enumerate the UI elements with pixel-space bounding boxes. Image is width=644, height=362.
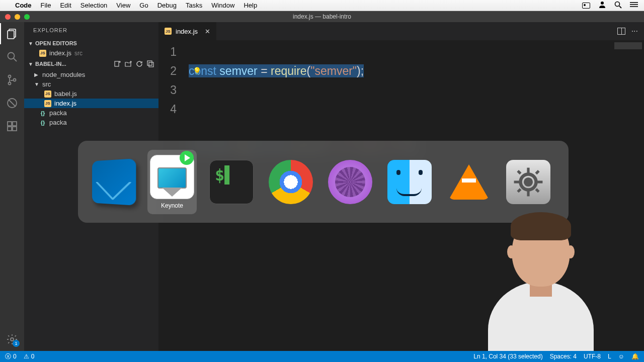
menubar-app-name[interactable]: Code [15,2,32,9]
chrome-icon [269,160,313,204]
project-header[interactable]: ▼ BABEL-IN... [24,58,158,70]
extensions-icon[interactable] [6,120,19,133]
terminal-icon: $▌ [209,160,254,204]
minimize-window-button[interactable] [15,14,20,20]
svg-rect-35 [517,188,521,193]
window-titlebar: index.js — babel-intro [0,11,644,22]
app-vlc[interactable] [444,150,494,214]
svg-point-27 [524,177,533,186]
split-editor-icon[interactable] [617,28,625,35]
settings-icon[interactable]: 1 [6,333,19,346]
svg-rect-16 [8,127,12,131]
app-switcher-label: Keynote [161,202,183,209]
svg-rect-26 [149,62,153,67]
svg-rect-32 [517,170,521,174]
menu-file[interactable]: File [41,2,51,9]
app-sysprefs[interactable] [504,150,553,214]
minimap[interactable] [614,42,642,49]
svg-point-10 [9,75,11,78]
tree-file-package2[interactable]: {} packa [24,118,158,127]
svg-point-1 [615,2,620,6]
menu-tasks[interactable]: Tasks [186,2,202,9]
traffic-lights [5,14,30,20]
status-warnings[interactable]: ⚠0 [24,353,35,360]
status-errors[interactable]: ⓧ0 [5,352,17,361]
finder-icon [387,160,432,204]
menu-go[interactable]: Go [139,2,148,9]
screenflow-icon [328,160,372,204]
app-vscode[interactable] [88,150,137,214]
app-terminal[interactable]: $▌ [207,150,256,214]
app-screenflow[interactable] [326,150,375,214]
app-chrome[interactable] [266,150,315,214]
js-icon: JS [44,90,51,98]
menu-debug[interactable]: Debug [157,2,177,9]
svg-rect-30 [514,180,519,183]
svg-rect-25 [147,61,152,65]
app-switcher[interactable]: Keynote $▌ [78,141,569,223]
source-control-icon[interactable] [6,73,19,86]
sysprefs-icon [506,160,550,204]
vlc-icon [447,160,491,204]
tree-file-babel[interactable]: JS babel.js [24,89,158,99]
svg-rect-18 [13,122,17,126]
tree-file-package1[interactable]: {} packa [24,108,158,118]
screen-record-icon[interactable] [582,3,590,9]
status-eol[interactable]: L [608,353,611,360]
menu-edit[interactable]: Edit [60,2,71,9]
svg-point-11 [9,82,11,85]
app-keynote[interactable]: Keynote [147,150,197,214]
activity-bar: 1 [0,22,24,351]
refresh-icon[interactable] [135,60,143,68]
tab-bar: JS index.js ✕ ··· [158,22,644,40]
explorer-icon[interactable] [6,27,19,40]
close-tab-icon[interactable]: ✕ [205,28,210,35]
menu-help[interactable]: Help [244,2,257,9]
tab-index[interactable]: JS index.js ✕ [158,22,217,40]
status-bell-icon[interactable]: 🔔 [631,353,639,360]
tree-folder-node_modules[interactable]: ▶ node_modules [24,70,158,79]
status-bar: ⓧ0 ⚠0 Ln 1, Col 34 (33 selected) Spaces:… [0,351,644,362]
warning-icon: ⚠ [24,353,29,360]
svg-rect-29 [527,191,529,196]
search-icon[interactable] [6,50,19,63]
user-icon[interactable] [598,1,606,10]
js-icon: JS [44,100,51,107]
play-badge-icon [180,151,194,165]
svg-rect-15 [8,122,12,126]
menu-view[interactable]: View [116,2,130,9]
collapse-icon[interactable] [146,60,154,68]
control-center-icon[interactable] [630,2,638,9]
menu-selection[interactable]: Selection [80,2,107,9]
app-finder[interactable] [385,150,434,214]
chevron-right-icon: ▶ [34,72,39,77]
spotlight-icon[interactable] [614,1,622,10]
new-folder-icon[interactable] [124,60,132,68]
status-cursor[interactable]: Ln 1, Col 34 (33 selected) [473,353,542,360]
settings-badge: 1 [13,340,20,347]
status-feedback-icon[interactable]: ☺ [618,353,624,360]
svg-rect-33 [535,188,540,193]
debug-icon[interactable] [6,97,19,110]
status-spaces[interactable]: Spaces: 4 [550,353,577,360]
open-editors-header[interactable]: ▼ OPEN EDITORS [24,38,158,48]
js-icon: JS [165,28,172,35]
sidebar-title: EXPLORER [24,22,158,38]
tree-file-index[interactable]: JS index.js [24,99,158,108]
json-icon: {} [39,120,46,126]
menu-window[interactable]: Window [211,2,234,9]
tree-folder-src[interactable]: ▼ src [24,79,158,89]
open-editor-item[interactable]: JS index.js src [24,48,158,58]
webcam-overlay [488,211,594,362]
close-window-button[interactable] [5,14,11,20]
new-file-icon[interactable] [113,60,121,68]
macos-menubar: Code File Edit Selection View Go Debug T… [0,0,644,11]
window-title: index.js — babel-intro [293,13,351,20]
chevron-down-icon: ▼ [28,41,33,46]
status-encoding[interactable]: UTF-8 [584,353,601,360]
lightbulb-icon[interactable]: 💡 [193,61,201,80]
maximize-window-button[interactable] [24,14,30,20]
svg-rect-31 [537,180,542,183]
more-actions-icon[interactable]: ··· [631,27,638,36]
svg-rect-17 [13,127,17,131]
